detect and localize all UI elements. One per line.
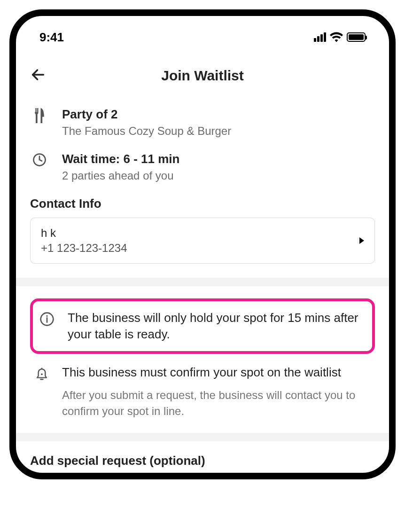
section-divider [16, 278, 389, 286]
caret-right-icon [359, 237, 364, 244]
hold-time-notice: The business will only hold your spot fo… [30, 298, 375, 354]
back-button[interactable] [30, 67, 46, 85]
confirm-notice-body: After you submit a request, the business… [62, 387, 370, 419]
svg-point-7 [41, 374, 43, 376]
special-request-heading: Add special request (optional) [30, 454, 375, 473]
queue-position-label: 2 parties ahead of you [62, 169, 179, 182]
content: Party of 2 The Famous Cozy Soup & Burger… [16, 93, 389, 473]
back-arrow-icon [30, 67, 46, 83]
clock-icon [30, 152, 49, 167]
page-title: Join Waitlist [30, 68, 375, 84]
status-icons [314, 32, 366, 42]
status-bar: 9:41 [16, 25, 389, 49]
bell-icon [35, 364, 49, 381]
wait-time-label: Wait time: 6 - 11 min [62, 152, 179, 166]
party-size-label: Party of 2 [62, 107, 231, 122]
contact-info-heading: Contact Info [30, 196, 375, 211]
battery-icon [347, 32, 366, 42]
confirm-notice-title: This business must confirm your spot on … [62, 364, 370, 381]
party-info-row: Party of 2 The Famous Cozy Soup & Burger [30, 107, 375, 138]
status-time: 9:41 [39, 30, 64, 45]
header: Join Waitlist [16, 49, 389, 93]
restaurant-name: The Famous Cozy Soup & Burger [62, 125, 231, 138]
wait-time-row: Wait time: 6 - 11 min 2 parties ahead of… [30, 152, 375, 182]
contact-card[interactable]: h k +1 123-123-1234 [30, 218, 375, 264]
wifi-icon [330, 32, 343, 42]
confirm-notice-row: This business must confirm your spot on … [30, 364, 375, 419]
cellular-icon [314, 32, 326, 42]
hold-time-text: The business will only hold your spot fo… [68, 310, 366, 343]
section-divider [16, 433, 389, 441]
utensils-icon [30, 107, 49, 123]
contact-name: h k [41, 227, 127, 240]
info-icon [39, 310, 55, 327]
svg-point-4 [46, 315, 47, 317]
contact-phone: +1 123-123-1234 [41, 242, 127, 255]
device-frame: 9:41 Join Waitlist Party of 2 The Famous… [9, 9, 396, 479]
